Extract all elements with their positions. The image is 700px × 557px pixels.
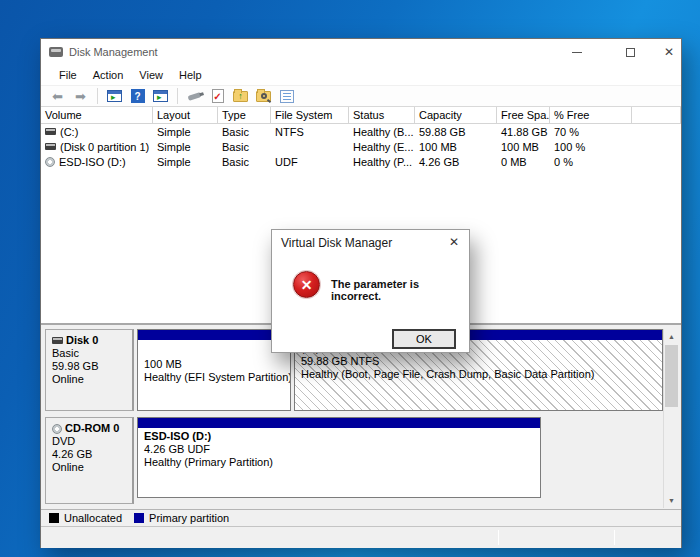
partition-color-band	[138, 330, 290, 340]
partition-size: 59.88 GB NTFS	[301, 355, 662, 368]
cdrom0-size: 4.26 GB	[52, 448, 132, 461]
partition-size: 4.26 GB UDF	[144, 443, 540, 456]
partition-status: Healthy (Primary Partition)	[144, 456, 540, 469]
disk0-status: Online	[52, 373, 132, 386]
scroll-up-icon[interactable]: ▲	[664, 329, 679, 344]
status-separator	[498, 530, 499, 545]
unallocated-swatch	[49, 513, 59, 523]
dialog-close-button[interactable]: ✕	[439, 230, 469, 254]
partition-status: Healthy (EFI System Partition)	[144, 371, 290, 384]
dialog-title-bar[interactable]: Virtual Disk Manager ✕	[272, 230, 469, 256]
column-header-filler	[632, 107, 681, 123]
partition-status: Healthy (Boot, Page File, Crash Dump, Ba…	[301, 368, 662, 381]
check-document-icon: ✓	[212, 89, 224, 103]
toolbar: ➡ ➡ ? ✓ ↑	[41, 85, 681, 107]
folder-up-icon: ↑	[233, 91, 248, 102]
column-header-pct-free[interactable]: % Free	[550, 107, 632, 123]
column-header-capacity[interactable]: Capacity	[415, 107, 497, 123]
back-button[interactable]: ➡	[49, 88, 66, 105]
magnifier-icon	[261, 93, 267, 99]
column-header-file-system[interactable]: File System	[271, 107, 349, 123]
status-bar	[41, 526, 681, 548]
disk0-kind: Basic	[52, 347, 132, 360]
close-button[interactable]: ✕	[652, 39, 686, 65]
folder-up-button[interactable]: ↑	[232, 88, 249, 105]
partition-label: ESD-ISO (D:)	[144, 430, 540, 443]
legend-item-unallocated: Unallocated	[49, 512, 122, 524]
partition-size: 100 MB	[144, 358, 290, 371]
volume-name: (Disk 0 partition 1)	[60, 141, 149, 153]
action-pane-icon	[153, 90, 168, 102]
close-icon: ✕	[449, 235, 459, 249]
disc-icon	[52, 424, 62, 434]
column-header-status[interactable]: Status	[349, 107, 415, 123]
table-row[interactable]: (C:) Simple Basic NTFS Healthy (B... 59.…	[41, 124, 681, 139]
back-arrow-icon: ➡	[52, 90, 63, 103]
cdrom0-kind: DVD	[52, 435, 132, 448]
disc-icon	[45, 157, 55, 167]
scrollbar-thumb[interactable]	[665, 345, 678, 407]
minimize-icon	[572, 52, 582, 53]
forward-arrow-icon: ➡	[75, 90, 86, 103]
partition-color-band	[138, 418, 540, 428]
show-action-pane-button[interactable]	[152, 88, 169, 105]
show-console-tree-button[interactable]	[106, 88, 123, 105]
title-bar[interactable]: Disk Management ✕	[41, 39, 681, 65]
esd-iso-partition-block[interactable]: ESD-ISO (D:) 4.26 GB UDF Healthy (Primar…	[137, 417, 541, 498]
desktop: Disk Management ✕ File Action View Help …	[0, 0, 700, 557]
window-title: Disk Management	[69, 46, 158, 58]
status-separator	[614, 530, 615, 545]
dialog-title: Virtual Disk Manager	[281, 236, 392, 250]
forward-button[interactable]: ➡	[72, 88, 89, 105]
virtual-disk-manager-dialog: Virtual Disk Manager ✕ ✕ The parameter i…	[271, 229, 470, 353]
menu-file[interactable]: File	[51, 67, 85, 83]
menu-bar: File Action View Help	[41, 65, 681, 85]
primary-partition-swatch	[134, 513, 144, 523]
maximize-icon	[626, 48, 635, 57]
menu-help[interactable]: Help	[171, 67, 210, 83]
dialog-message: The parameter is incorrect.	[331, 278, 469, 302]
legend-item-primary-partition: Primary partition	[134, 512, 229, 524]
scroll-down-icon[interactable]: ▼	[664, 493, 679, 508]
properties-button[interactable]	[278, 88, 295, 105]
column-header-free-space[interactable]: Free Spa...	[497, 107, 550, 123]
cdrom0-row: CD-ROM 0 DVD 4.26 GB Online ESD-ISO (D:)…	[45, 417, 679, 504]
volume-name: ESD-ISO (D:)	[59, 156, 126, 168]
properties-icon	[280, 90, 294, 103]
toolbar-separator	[177, 88, 178, 104]
volume-table-header: Volume Layout Type File System Status Ca…	[41, 107, 681, 124]
drive-icon	[45, 128, 56, 135]
ok-button[interactable]: OK	[392, 329, 456, 349]
cdrom0-status: Online	[52, 461, 132, 474]
tool-button[interactable]	[186, 88, 203, 105]
menu-action[interactable]: Action	[85, 67, 132, 83]
help-button[interactable]: ?	[129, 88, 146, 105]
console-tree-icon	[107, 90, 122, 102]
drive-icon	[45, 143, 56, 150]
close-icon: ✕	[664, 45, 674, 59]
table-row[interactable]: (Disk 0 partition 1) Simple Basic Health…	[41, 139, 681, 154]
table-row[interactable]: ESD-ISO (D:) Simple Basic UDF Healthy (P…	[41, 154, 681, 169]
help-icon: ?	[131, 89, 145, 103]
error-icon: ✕	[293, 271, 320, 298]
legend-bar: Unallocated Primary partition	[41, 509, 681, 526]
column-header-type[interactable]: Type	[218, 107, 271, 123]
folder-search-icon	[256, 91, 271, 102]
vertical-scrollbar[interactable]: ▲ ▼	[663, 329, 678, 508]
column-header-layout[interactable]: Layout	[153, 107, 218, 123]
menu-view[interactable]: View	[131, 67, 171, 83]
disk0-size: 59.98 GB	[52, 360, 132, 373]
tool-icon	[188, 92, 202, 101]
cdrom0-info-box[interactable]: CD-ROM 0 DVD 4.26 GB Online	[45, 417, 134, 504]
toolbar-separator	[97, 88, 98, 104]
drive-icon	[52, 337, 63, 344]
efi-partition-block[interactable]: 100 MB Healthy (EFI System Partition)	[137, 329, 291, 411]
disk0-info-box[interactable]: Disk 0 Basic 59.98 GB Online	[45, 329, 134, 411]
minimize-button[interactable]	[560, 39, 594, 65]
check-task-button[interactable]: ✓	[209, 88, 226, 105]
maximize-button[interactable]	[613, 39, 647, 65]
disk-drive-app-icon	[49, 47, 63, 57]
volume-name: (C:)	[60, 126, 78, 138]
folder-search-button[interactable]	[255, 88, 272, 105]
column-header-volume[interactable]: Volume	[41, 107, 153, 123]
